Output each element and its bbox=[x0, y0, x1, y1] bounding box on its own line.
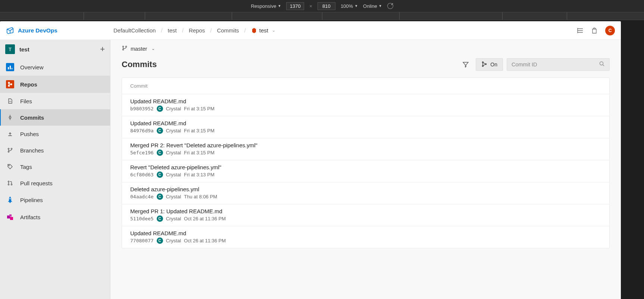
author-avatar: C bbox=[157, 215, 163, 222]
nav-pipelines[interactable]: Pipelines bbox=[0, 191, 110, 208]
commit-row[interactable]: Merged PR 2: Revert "Deleted azure-pipel… bbox=[122, 138, 609, 160]
filter-button[interactable] bbox=[459, 58, 472, 71]
breadcrumb-collection[interactable]: DefaultCollection bbox=[113, 27, 156, 34]
user-avatar[interactable]: C bbox=[605, 26, 615, 35]
subnav-files[interactable]: Files bbox=[0, 93, 110, 109]
commit-author: Crystal bbox=[166, 238, 181, 243]
viewport-height-input[interactable]: 810 bbox=[318, 2, 335, 10]
device-mode-dropdown[interactable]: Responsive ▼ bbox=[251, 3, 281, 9]
commit-list: Commit Updated README.mdb9803952CCrystal… bbox=[122, 78, 610, 248]
svg-point-24 bbox=[122, 46, 124, 47]
graph-toggle-label: On bbox=[490, 62, 497, 67]
pullrequest-icon bbox=[6, 179, 14, 187]
throttling-label: Online bbox=[363, 3, 377, 9]
commit-meta: 5110dee5CCrystalOct 26 at 11:36 PM bbox=[130, 215, 601, 222]
brand-text: Azure DevOps bbox=[18, 27, 57, 34]
svg-rect-23 bbox=[9, 214, 12, 217]
commit-search-input[interactable] bbox=[512, 62, 599, 67]
commit-meta: 5efce196CCrystalFri at 3:15 PM bbox=[130, 150, 601, 156]
commit-meta: 6cf80d63CCrystalFri at 3:13 PM bbox=[130, 171, 601, 178]
author-avatar: C bbox=[157, 150, 163, 156]
breadcrumb: DefaultCollection / test / Repos / Commi… bbox=[113, 27, 275, 34]
app-frame: Azure DevOps DefaultCollection / test / … bbox=[0, 21, 621, 299]
nav-repos[interactable]: Repos bbox=[0, 76, 110, 93]
commit-title: Updated README.md bbox=[130, 98, 601, 104]
commit-row[interactable]: Updated README.mdb9803952CCrystalFri at … bbox=[122, 94, 609, 116]
subnav-label: Tags bbox=[20, 164, 32, 170]
rotate-icon[interactable] bbox=[386, 2, 394, 10]
commit-row[interactable]: Updated README.md77080077CCrystalOct 26 … bbox=[122, 226, 609, 248]
branch-icon bbox=[6, 146, 14, 154]
commit-row[interactable]: Merged PR 1: Updated README.md5110dee5CC… bbox=[122, 204, 609, 226]
commit-row[interactable]: Deleted azure-pipelines.yml04aadc4eCCrys… bbox=[122, 182, 609, 204]
new-item-button[interactable]: + bbox=[100, 44, 105, 54]
nav-label: Pipelines bbox=[20, 197, 43, 203]
svg-point-10 bbox=[9, 117, 11, 119]
commit-meta: 84976d9aCCrystalFri at 3:15 PM bbox=[130, 128, 601, 134]
overview-icon bbox=[6, 63, 14, 71]
zoom-dropdown[interactable]: 100% ▼ bbox=[341, 3, 358, 9]
subnav-pullrequests[interactable]: Pull requests bbox=[0, 175, 110, 191]
subnav-commits[interactable]: Commits bbox=[0, 109, 110, 126]
page-title: Commits bbox=[122, 60, 157, 69]
svg-point-19 bbox=[11, 184, 12, 185]
author-avatar: C bbox=[157, 193, 163, 200]
graph-icon bbox=[481, 61, 487, 68]
main-content: master ⌄ Commits On bbox=[110, 40, 621, 299]
caret-down-icon: ▼ bbox=[379, 4, 382, 8]
breadcrumb-separator: / bbox=[210, 27, 212, 34]
commit-time: Thu at 8:06 PM bbox=[184, 194, 217, 199]
sidebar: T test + Overview Repos bbox=[0, 40, 110, 299]
repo-name: test bbox=[259, 27, 268, 34]
svg-point-7 bbox=[8, 82, 10, 84]
branch-picker[interactable]: master ⌄ bbox=[110, 40, 621, 54]
list-header-commit: Commit bbox=[122, 78, 609, 94]
svg-rect-4 bbox=[8, 67, 9, 69]
commit-hash: 84976d9a bbox=[130, 128, 154, 133]
commit-search[interactable] bbox=[507, 58, 610, 71]
shopping-bag-icon[interactable] bbox=[591, 27, 598, 34]
commit-title: Revert "Deleted azure-pipelines.yml" bbox=[130, 164, 601, 170]
commit-time: Fri at 3:13 PM bbox=[184, 172, 215, 177]
viewport-width-input[interactable]: 1370 bbox=[286, 2, 304, 10]
commit-author: Crystal bbox=[166, 172, 181, 177]
nav-overview[interactable]: Overview bbox=[0, 59, 110, 76]
commit-hash: 04aadc4e bbox=[130, 194, 154, 199]
artifacts-icon bbox=[6, 213, 14, 221]
list-view-icon[interactable] bbox=[577, 27, 584, 34]
nav-artifacts[interactable]: Artifacts bbox=[0, 208, 110, 226]
graph-toggle[interactable]: On bbox=[476, 58, 503, 71]
svg-point-18 bbox=[8, 184, 9, 185]
svg-rect-5 bbox=[10, 66, 11, 69]
commit-row[interactable]: Updated README.md84976d9aCCrystalFri at … bbox=[122, 116, 609, 138]
commit-author: Crystal bbox=[166, 216, 181, 221]
throttling-dropdown[interactable]: Online ▼ bbox=[363, 3, 382, 9]
author-avatar: C bbox=[157, 128, 163, 134]
commit-hash: 77080077 bbox=[130, 238, 154, 243]
commit-time: Oct 26 at 11:36 PM bbox=[184, 238, 226, 243]
breadcrumb-project[interactable]: test bbox=[168, 27, 177, 34]
commit-time: Fri at 3:15 PM bbox=[184, 106, 215, 111]
pipelines-icon bbox=[6, 196, 14, 204]
commit-row[interactable]: Revert "Deleted azure-pipelines.yml"6cf8… bbox=[122, 160, 609, 182]
commit-hash: 6cf80d63 bbox=[130, 172, 154, 177]
commit-hash: 5110dee5 bbox=[130, 216, 154, 221]
subnav-tags[interactable]: Tags bbox=[0, 158, 110, 175]
branch-icon bbox=[122, 45, 128, 52]
breadcrumb-area[interactable]: Repos bbox=[189, 27, 205, 34]
breadcrumb-page[interactable]: Commits bbox=[217, 27, 239, 34]
svg-point-25 bbox=[122, 49, 124, 50]
commit-title: Merged PR 1: Updated README.md bbox=[130, 208, 601, 214]
breadcrumb-separator: / bbox=[161, 27, 162, 34]
brand-link[interactable]: Azure DevOps bbox=[6, 26, 57, 35]
commit-icon bbox=[6, 113, 14, 122]
project-header[interactable]: T test + bbox=[0, 40, 110, 59]
repos-icon bbox=[6, 80, 14, 88]
repo-picker[interactable]: test ⌄ bbox=[251, 27, 275, 34]
commit-time: Fri at 3:15 PM bbox=[184, 150, 215, 155]
subnav-branches[interactable]: Branches bbox=[0, 142, 110, 158]
subnav-pushes[interactable]: Pushes bbox=[0, 126, 110, 142]
svg-point-14 bbox=[8, 151, 9, 152]
caret-down-icon: ▼ bbox=[278, 4, 281, 8]
push-icon bbox=[6, 130, 14, 138]
